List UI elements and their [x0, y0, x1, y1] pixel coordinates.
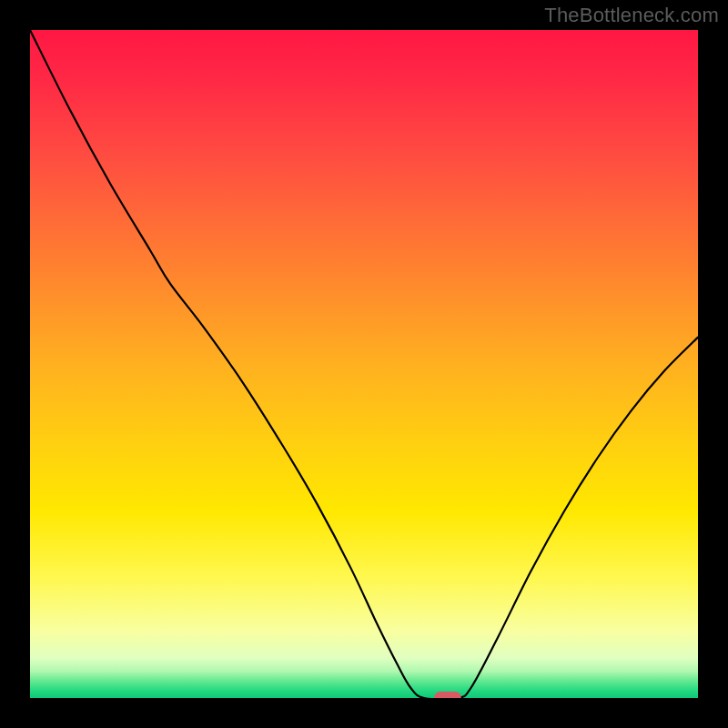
chart-svg: [30, 30, 698, 698]
optimal-marker: [434, 692, 461, 698]
chart-frame: TheBottleneck.com: [0, 0, 728, 728]
watermark-text: TheBottleneck.com: [544, 4, 719, 27]
plot-area: [30, 30, 698, 698]
